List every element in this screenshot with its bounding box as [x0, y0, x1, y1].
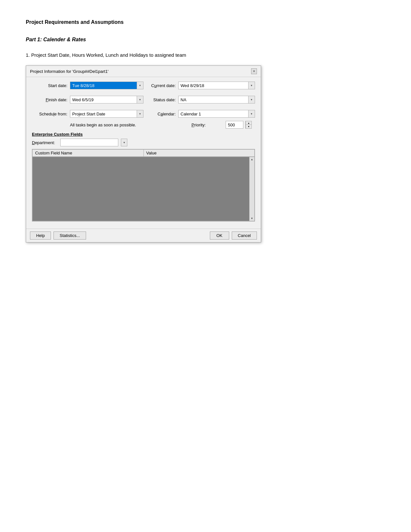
finish-date-label: Finish date: [32, 97, 67, 102]
form-right-col: Current date: ▾ Status date: ▾ [143, 82, 255, 121]
dialog-footer: Help Statistics... OK Cancel [26, 229, 261, 242]
calendar-row: Calendar: ▾ [143, 110, 255, 118]
current-date-label: Current date: [143, 83, 176, 88]
current-date-row: Current date: ▾ [143, 82, 255, 89]
start-date-label: Start date: [32, 83, 67, 88]
finish-date-field: ▾ [70, 96, 143, 103]
dialog-title: Project Information for 'Group##Del1part… [30, 69, 108, 74]
table-scrollbar[interactable]: ▲ ▼ [249, 157, 254, 221]
priority-up-arrow[interactable]: ▲ [246, 121, 251, 125]
dialog-close-button[interactable]: × [251, 68, 257, 74]
footer-right-buttons: OK Cancel [210, 232, 257, 240]
department-dropdown[interactable]: ▾ [121, 139, 127, 146]
current-date-field: ▾ [178, 82, 255, 89]
priority-label: Priority: [191, 123, 224, 127]
start-date-field: Tue 8/28/18 ▾ [70, 82, 143, 89]
status-date-label: Status date: [143, 97, 176, 102]
status-date-field: ▾ [178, 96, 255, 103]
page-title: Project Requirements and Assumptions [26, 19, 385, 25]
department-row: Department: ▾ [32, 139, 255, 146]
item-description: 1. Project Start Date, Hours Worked, Lun… [26, 52, 385, 58]
scroll-down-arrow[interactable]: ▼ [251, 216, 253, 221]
priority-spinner[interactable]: ▲ ▼ [245, 121, 252, 129]
statistics-button[interactable]: Statistics... [54, 232, 86, 240]
schedule-from-row: Schedule from: ▾ [32, 110, 143, 118]
schedule-from-field: ▾ [70, 110, 143, 118]
finish-date-dropdown[interactable]: ▾ [137, 96, 143, 103]
department-input[interactable] [60, 139, 118, 146]
department-label: Department: [32, 140, 58, 145]
start-date-dropdown[interactable]: ▾ [137, 82, 143, 89]
col-value: Value [143, 150, 255, 157]
calendar-dropdown[interactable]: ▾ [249, 110, 255, 118]
dialog-titlebar: Project Information for 'Group##Del1part… [26, 66, 261, 77]
status-date-input[interactable] [178, 96, 249, 103]
calendar-field: ▾ [178, 110, 255, 118]
form-left-col: Start date: Tue 8/28/18 ▾ Finish date: ▾ [32, 82, 143, 121]
priority-down-arrow[interactable]: ▼ [246, 125, 251, 128]
schedule-from-label: Schedule from: [32, 112, 67, 116]
custom-fields-table: Custom Field Name Value [32, 149, 255, 157]
section-title: Part 1: Calender & Rates [26, 37, 385, 43]
enterprise-section-label: Enterprise Custom Fields [32, 132, 255, 137]
col-custom-field-name: Custom Field Name [33, 150, 144, 157]
finish-date-input[interactable] [70, 96, 137, 103]
enterprise-section: Enterprise Custom Fields Department: ▾ [32, 132, 255, 146]
form-main-section: Start date: Tue 8/28/18 ▾ Finish date: ▾ [32, 82, 255, 121]
table-body-gray: ▲ ▼ [32, 157, 255, 221]
status-date-dropdown[interactable]: ▾ [249, 96, 255, 103]
tasks-note: All tasks begin as soon as possible. [70, 123, 136, 127]
priority-input[interactable] [226, 121, 243, 129]
finish-date-row: Finish date: ▾ [32, 96, 143, 103]
project-info-dialog: Project Information for 'Group##Del1part… [26, 65, 261, 242]
current-date-input[interactable] [178, 82, 249, 89]
current-date-dropdown[interactable]: ▾ [249, 82, 255, 89]
start-date-row: Start date: Tue 8/28/18 ▾ [32, 82, 143, 89]
custom-fields-container: Custom Field Name Value ▲ ▼ [32, 149, 255, 222]
schedule-from-dropdown[interactable]: ▾ [137, 110, 143, 118]
schedule-from-input[interactable] [70, 110, 137, 118]
ok-button[interactable]: OK [210, 232, 229, 240]
footer-left-buttons: Help Statistics... [30, 232, 86, 240]
status-date-row: Status date: ▾ [143, 96, 255, 103]
dialog-body: Start date: Tue 8/28/18 ▾ Finish date: ▾ [26, 77, 261, 227]
start-date-input[interactable]: Tue 8/28/18 [70, 82, 137, 89]
calendar-input[interactable] [178, 110, 249, 118]
cancel-button[interactable]: Cancel [232, 232, 257, 240]
help-button[interactable]: Help [30, 232, 51, 240]
scroll-up-arrow[interactable]: ▲ [251, 157, 253, 162]
calendar-label: Calendar: [143, 112, 176, 116]
